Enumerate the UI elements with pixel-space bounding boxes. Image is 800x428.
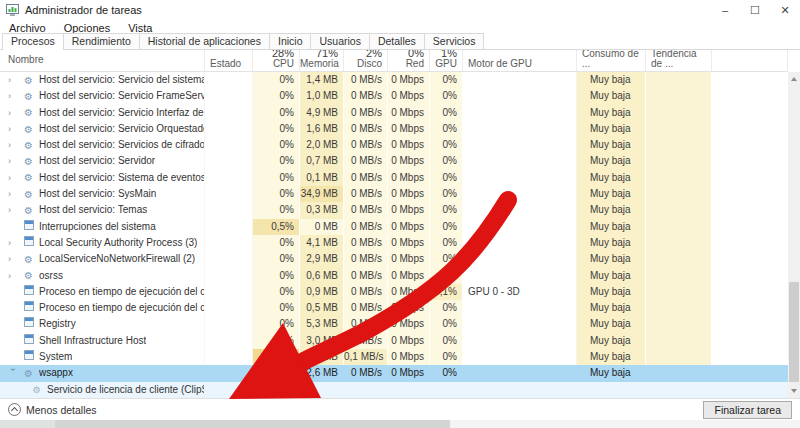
disk-cell: 0 MB/s	[344, 235, 388, 251]
power-usage-cell: Muy baja	[577, 316, 646, 332]
vertical-scrollbar-thumb[interactable]	[789, 282, 799, 382]
table-row[interactable]: ›⚙Host del servicio: Servicio Interfaz d…	[0, 105, 788, 121]
table-row[interactable]: ›⚙Host del servicio: Servicio FrameServe…	[0, 88, 788, 104]
service-gear-icon: ⚙	[22, 90, 35, 103]
table-row[interactable]: ›⚙osrss0%0,6 MB0 MB/s0 Mbps0%Muy baja	[0, 268, 788, 284]
menu-opciones[interactable]: Opciones	[55, 22, 119, 34]
tab-inicio[interactable]: Inicio	[269, 33, 312, 49]
collapse-chevron-icon[interactable]: ›	[5, 368, 21, 381]
table-row[interactable]: ›⚙Host del servicio: Servidor0%0,7 MB0 M…	[0, 153, 788, 169]
process-table: ›⚙Host del servicio: Servicio del sistem…	[0, 72, 800, 398]
table-row[interactable]: ›⚙wsappx0%2,6 MB0 MB/s0 Mbps0%Muy baja	[0, 365, 788, 381]
table-row[interactable]: ›⚙LocalServiceNoNetworkFirewall (2)0%2,9…	[0, 251, 788, 267]
column-header-cpu[interactable]: 28%CPU	[253, 50, 300, 71]
status-cell	[205, 186, 253, 202]
disk-cell: 0 MB/s	[344, 284, 388, 300]
expand-chevron-icon[interactable]: ›	[8, 121, 22, 137]
process-name-cell: ›⚙Host del servicio: Servicio Orquestado…	[0, 121, 205, 137]
network-cell: 0 Mbps	[388, 333, 430, 349]
table-row[interactable]: ›⚙Host del servicio: Servicio Orquestado…	[0, 121, 788, 137]
expand-chevron-icon[interactable]: ›	[8, 268, 22, 284]
table-row[interactable]: ›⚙Host del servicio: Servicio del sistem…	[0, 72, 788, 88]
table-row[interactable]: Interrupciones del sistema0,5%0 MB0 MB/s…	[0, 219, 788, 235]
gpu-cell: 0%	[430, 235, 463, 251]
table-row[interactable]: Registry0%5,3 MB0 MB/s0 Mbps0%Muy baja	[0, 316, 788, 332]
expand-chevron-icon[interactable]: ›	[8, 186, 22, 202]
status-cell	[205, 121, 253, 137]
scroll-down-icon[interactable]	[788, 384, 800, 398]
status-cell	[205, 382, 253, 398]
table-row[interactable]: ⚙Servicio de licencia de cliente (ClipSV…	[0, 382, 788, 398]
column-header-motor-de-gpu[interactable]: Motor de GPU	[463, 50, 577, 71]
gpu-engine-cell	[463, 202, 577, 218]
process-name-cell: Shell Infrastructure Host	[0, 333, 205, 349]
table-row[interactable]: Proceso en tiempo de ejecución del clien…	[0, 284, 788, 300]
gpu-cell: 0%	[430, 186, 463, 202]
column-header-red[interactable]: 0%Red	[388, 50, 430, 71]
finalizar-tarea-button[interactable]: Finalizar tarea	[703, 401, 792, 419]
memory-cell: 34,9 MB	[300, 186, 344, 202]
expand-chevron-icon[interactable]: ›	[8, 202, 22, 218]
process-name: Host del servicio: SysMain	[39, 186, 156, 202]
expand-chevron-icon[interactable]: ›	[8, 251, 22, 267]
network-cell: 0 Mbps	[388, 235, 430, 251]
table-row[interactable]: Proceso en tiempo de ejecución del clien…	[0, 300, 788, 316]
horizontal-scrollbar[interactable]	[0, 420, 800, 428]
cpu-cell: 0%	[253, 72, 300, 88]
process-name-cell: Proceso en tiempo de ejecución del clien…	[0, 300, 205, 316]
scroll-up-icon[interactable]	[788, 72, 800, 86]
gpu-cell: 0%	[430, 202, 463, 218]
expand-chevron-icon[interactable]: ›	[8, 235, 22, 251]
menos-detalles-toggle[interactable]: Menos detalles	[8, 403, 97, 416]
table-row[interactable]: ›⚙Host del servicio: SysMain0%34,9 MB0 M…	[0, 186, 788, 202]
service-gear-icon: ⚙	[22, 123, 35, 136]
close-button[interactable]: ✕	[770, 0, 800, 20]
menu-vista[interactable]: Vista	[119, 22, 161, 34]
tab-usuarios[interactable]: Usuarios	[310, 33, 369, 49]
column-header-tendencia[interactable]: Tendencia de ...	[646, 50, 712, 71]
horizontal-scrollbar-thumb[interactable]	[55, 420, 450, 428]
service-gear-icon: ⚙	[22, 139, 35, 152]
expand-chevron-icon[interactable]: ›	[8, 105, 22, 121]
minimize-button[interactable]: –	[710, 0, 740, 20]
memory-cell: 0,6 MB	[300, 268, 344, 284]
table-row[interactable]: ›Local Security Authority Process (3)0%4…	[0, 235, 788, 251]
process-name-cell: Registry	[0, 316, 205, 332]
maximize-button[interactable]: ☐	[740, 0, 770, 20]
power-usage-cell: Muy baja	[577, 202, 646, 218]
table-row[interactable]: ›⚙Host del servicio: Temas0%0,3 MB0 MB/s…	[0, 202, 788, 218]
expand-chevron-icon[interactable]: ›	[8, 153, 22, 169]
column-header-gpu[interactable]: 1%GPU	[430, 50, 463, 71]
tab-procesos[interactable]: Procesos	[2, 33, 64, 50]
column-header-disco[interactable]: 2%Disco	[344, 50, 388, 71]
column-header-nombre[interactable]: Nombre	[0, 50, 205, 71]
process-name-cell: ›⚙Host del servicio: Servicio del sistem…	[0, 72, 205, 88]
process-name: System	[39, 349, 72, 365]
tab-detalles[interactable]: Detalles	[369, 33, 425, 49]
tab-historial-de-aplicaciones[interactable]: Historial de aplicaciones	[139, 33, 270, 49]
column-header-estado[interactable]: Estado	[205, 50, 253, 71]
table-row[interactable]: System1,7%0,1 MB0,1 MB/s0 Mbps0%Muy baja	[0, 349, 788, 365]
vertical-scrollbar[interactable]	[788, 72, 800, 398]
memory-cell: 2,9 MB	[300, 251, 344, 267]
table-row[interactable]: ›⚙Host del servicio: Sistema de eventos …	[0, 170, 788, 186]
expand-chevron-icon[interactable]: ›	[8, 170, 22, 186]
cpu-cell: 0%	[253, 153, 300, 169]
table-row[interactable]: ›⚙Host del servicio: Servicios de cifrad…	[0, 137, 788, 153]
process-name-cell: ›⚙Host del servicio: Sistema de eventos …	[0, 170, 205, 186]
column-header-consumo-energia[interactable]: Consumo de ...	[577, 50, 646, 71]
process-name-cell: ›⚙LocalServiceNoNetworkFirewall (2)	[0, 251, 205, 267]
process-name: wsappx	[39, 365, 73, 381]
row-filler	[712, 137, 788, 153]
column-header-memoria[interactable]: 71%Memoria	[300, 50, 344, 71]
power-trend-cell	[646, 365, 712, 381]
menu-archivo[interactable]: Archivo	[0, 22, 55, 34]
gpu-engine-cell	[463, 316, 577, 332]
disk-cell: 0 MB/s	[344, 105, 388, 121]
expand-chevron-icon[interactable]: ›	[8, 137, 22, 153]
tab-rendimiento[interactable]: Rendimiento	[63, 33, 140, 49]
table-row[interactable]: Shell Infrastructure Host0%3,0 MB0 MB/s0…	[0, 333, 788, 349]
expand-chevron-icon[interactable]: ›	[8, 72, 22, 88]
expand-chevron-icon[interactable]: ›	[8, 88, 22, 104]
tab-servicios[interactable]: Servicios	[424, 33, 485, 49]
